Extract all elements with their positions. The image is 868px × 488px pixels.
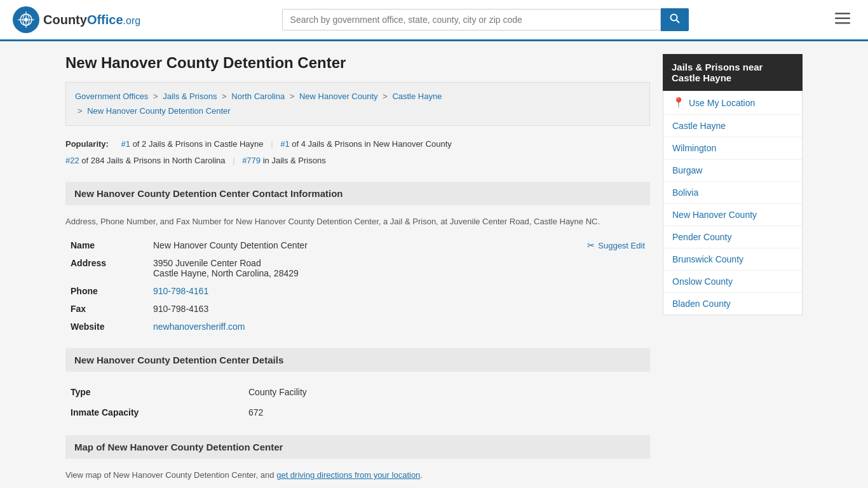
sidebar-item-burgaw: Burgaw <box>663 159 802 182</box>
sidebar-item-bolivia: Bolivia <box>663 182 802 204</box>
main-container: New Hanover County Detention Center Gove… <box>53 41 815 488</box>
address-value: 3950 Juvenile Center Road Castle Hayne, … <box>148 254 650 282</box>
pop-desc-3: of 284 Jails & Prisons in North Carolina <box>81 156 225 165</box>
capacity-value: 672 <box>243 402 650 423</box>
suggest-edit-button[interactable]: ✂ Suggest Edit <box>587 240 645 250</box>
fax-label: Fax <box>65 300 148 318</box>
pop-desc-4: in Jails & Prisons <box>263 156 326 165</box>
logo-icon <box>13 6 39 33</box>
svg-rect-10 <box>835 22 850 24</box>
breadcrumb-link-current[interactable]: New Hanover County Detention Center <box>87 106 230 116</box>
sidebar-item-pender: Pender County <box>663 226 802 248</box>
map-description: View map of New Hanover County Detention… <box>65 469 650 482</box>
details-table: Type County Facility Inmate Capacity 672 <box>65 382 650 423</box>
use-location-item: 📍 Use My Location <box>663 91 802 115</box>
svg-rect-8 <box>835 13 850 15</box>
phone-label: Phone <box>65 282 148 300</box>
directions-link[interactable]: get driving directions from your locatio… <box>276 470 420 480</box>
phone-link[interactable]: 910-798-4161 <box>153 286 208 296</box>
capacity-label: Inmate Capacity <box>65 402 243 423</box>
breadcrumb-link-city[interactable]: Castle Hayne <box>392 92 442 101</box>
sidebar-item-wilmington: Wilmington <box>663 137 802 159</box>
contact-section-header: New Hanover County Detention Center Cont… <box>65 182 650 205</box>
logo-text: CountyOffice.org <box>43 13 140 27</box>
svg-point-5 <box>24 18 28 22</box>
table-row: Inmate Capacity 672 <box>65 402 650 423</box>
popularity-section: Popularity: #1 of 2 Jails & Prisons in C… <box>65 136 650 169</box>
pin-icon: 📍 <box>672 97 685 109</box>
contact-description: Address, Phone Number, and Fax Number fo… <box>65 215 650 228</box>
name-label: Name <box>65 236 148 254</box>
name-value: New Hanover County Detention Center ✂ Su… <box>148 236 650 254</box>
breadcrumb-link-gov-offices[interactable]: Government Offices <box>75 92 148 101</box>
type-label: Type <box>65 382 243 402</box>
svg-point-6 <box>670 15 677 21</box>
breadcrumb-link-county[interactable]: New Hanover County <box>299 92 378 101</box>
pop-rank-3: #22 <box>65 156 79 165</box>
search-input[interactable] <box>282 9 661 30</box>
address-label: Address <box>65 254 148 282</box>
site-header: CountyOffice.org <box>0 0 868 41</box>
table-row: Fax 910-798-4163 <box>65 300 650 318</box>
table-row: Address 3950 Juvenile Center Road Castle… <box>65 254 650 282</box>
menu-button[interactable] <box>830 9 855 30</box>
sidebar-item-brunswick: Brunswick County <box>663 248 802 271</box>
table-row: Name New Hanover County Detention Center… <box>65 236 650 254</box>
website-link[interactable]: newhanoversheriff.com <box>153 322 245 332</box>
svg-rect-9 <box>835 18 850 20</box>
hamburger-icon <box>835 13 850 24</box>
sidebar-list: 📍 Use My Location Castle Hayne Wilmingto… <box>663 91 803 315</box>
pop-rank-2: #1 <box>280 139 289 149</box>
search-button[interactable] <box>661 8 689 31</box>
sidebar-item-new-hanover: New Hanover County <box>663 204 802 226</box>
breadcrumb-link-jails[interactable]: Jails & Prisons <box>163 92 217 101</box>
table-row: Phone 910-798-4161 <box>65 282 650 300</box>
use-location-link[interactable]: Use My Location <box>689 98 755 108</box>
table-row: Website newhanoversheriff.com <box>65 318 650 336</box>
breadcrumb-link-nc[interactable]: North Carolina <box>231 92 285 101</box>
search-icon <box>670 13 680 24</box>
pop-desc-2: of 4 Jails & Prisons in New Hanover Coun… <box>292 139 451 149</box>
sidebar: Jails & Prisons near Castle Hayne 📍 Use … <box>663 54 803 482</box>
details-section-header: New Hanover County Detention Center Deta… <box>65 348 650 372</box>
table-row: Type County Facility <box>65 382 650 402</box>
breadcrumb: Government Offices > Jails & Prisons > N… <box>65 82 650 126</box>
pop-rank-4: #779 <box>242 156 261 165</box>
main-content: New Hanover County Detention Center Gove… <box>65 54 650 482</box>
svg-line-7 <box>676 20 679 24</box>
sidebar-item-castle-hayne: Castle Hayne <box>663 115 802 137</box>
fax-value: 910-798-4163 <box>148 300 650 318</box>
phone-value: 910-798-4161 <box>148 282 650 300</box>
type-value: County Facility <box>243 382 650 402</box>
pop-rank-1: #1 <box>121 139 130 149</box>
sidebar-title: Jails & Prisons near Castle Hayne <box>663 54 803 91</box>
search-area <box>282 8 689 31</box>
website-label: Website <box>65 318 148 336</box>
website-value: newhanoversheriff.com <box>148 318 650 336</box>
page-title: New Hanover County Detention Center <box>65 54 650 72</box>
sidebar-item-bladen: Bladen County <box>663 293 802 315</box>
contact-table: Name New Hanover County Detention Center… <box>65 236 650 336</box>
pop-desc-1: of 2 Jails & Prisons in Castle Hayne <box>133 139 264 149</box>
map-section-header: Map of New Hanover County Detention Cent… <box>65 435 650 459</box>
sidebar-item-onslow: Onslow County <box>663 271 802 293</box>
logo: CountyOffice.org <box>13 6 140 33</box>
edit-icon: ✂ <box>587 240 595 250</box>
